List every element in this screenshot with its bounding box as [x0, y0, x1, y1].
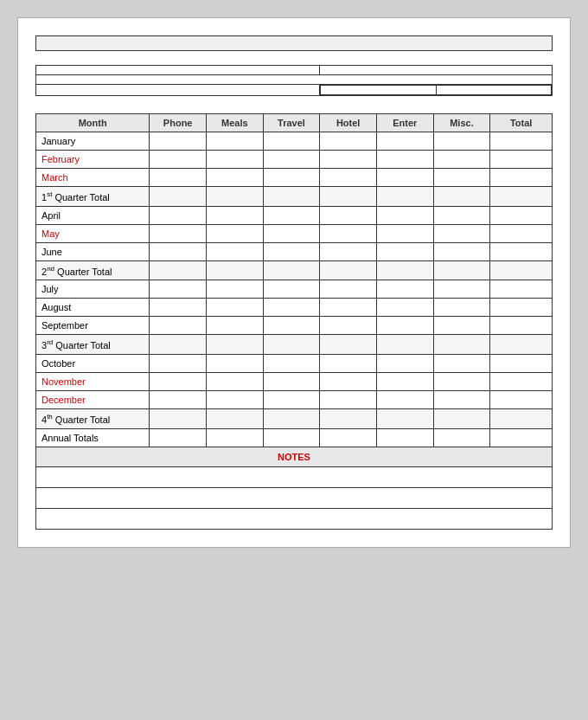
info-table	[35, 65, 553, 96]
value-cell	[150, 242, 207, 260]
table-row: September	[36, 317, 553, 335]
value-cell	[490, 224, 553, 242]
page: Month Phone Meals Travel Hotel Enter Mis…	[17, 17, 571, 548]
value-cell	[490, 390, 553, 408]
notes-cell	[36, 466, 553, 487]
value-cell	[433, 260, 490, 280]
notes-cell	[36, 508, 553, 529]
value-cell	[433, 299, 490, 317]
value-cell	[320, 187, 377, 207]
value-cell	[433, 428, 490, 447]
table-row: 1st Quarter Total	[36, 187, 553, 207]
value-cell	[433, 372, 490, 390]
col-meals: Meals	[207, 114, 264, 132]
value-cell	[207, 260, 264, 280]
value-cell	[207, 280, 264, 299]
value-cell	[490, 317, 553, 335]
table-row: June	[36, 242, 553, 260]
value-cell	[207, 354, 264, 372]
notes-row	[36, 466, 553, 487]
value-cell	[490, 242, 553, 260]
notes-row	[36, 508, 553, 529]
value-cell	[263, 260, 320, 280]
value-cell	[207, 372, 264, 390]
notes-label: NOTES	[36, 447, 553, 466]
value-cell	[150, 335, 207, 355]
col-total: Total	[490, 114, 553, 132]
table-row: 3rd Quarter Total	[36, 335, 553, 355]
value-cell	[150, 224, 207, 242]
value-cell	[207, 317, 264, 335]
value-cell	[263, 151, 320, 169]
value-cell	[376, 372, 433, 390]
value-cell	[490, 372, 553, 390]
value-cell	[320, 224, 377, 242]
col-month: Month	[36, 114, 150, 132]
value-cell	[207, 224, 264, 242]
value-cell	[376, 224, 433, 242]
value-cell	[433, 187, 490, 207]
value-cell	[490, 299, 553, 317]
month-cell: May	[36, 224, 150, 242]
notes-cell	[36, 487, 553, 508]
value-cell	[207, 408, 264, 428]
month-cell: March	[36, 169, 150, 187]
value-cell	[433, 280, 490, 299]
value-cell	[320, 169, 377, 187]
value-cell	[263, 206, 320, 224]
value-cell	[207, 335, 264, 355]
col-hotel: Hotel	[320, 114, 377, 132]
value-cell	[490, 206, 553, 224]
value-cell	[263, 408, 320, 428]
value-cell	[150, 260, 207, 280]
value-cell	[376, 390, 433, 408]
value-cell	[490, 187, 553, 207]
value-cell	[263, 299, 320, 317]
value-cell	[320, 299, 377, 317]
value-cell	[263, 132, 320, 151]
table-row: 4th Quarter Total	[36, 408, 553, 428]
value-cell	[433, 132, 490, 151]
table-row: May	[36, 224, 553, 242]
value-cell	[320, 354, 377, 372]
value-cell	[433, 335, 490, 355]
value-cell	[207, 169, 264, 187]
value-cell	[320, 206, 377, 224]
month-cell: 3rd Quarter Total	[36, 335, 150, 355]
table-row: August	[36, 299, 553, 317]
month-cell: November	[36, 372, 150, 390]
value-cell	[376, 428, 433, 447]
month-cell: December	[36, 390, 150, 408]
value-cell	[376, 317, 433, 335]
month-cell: 1st Quarter Total	[36, 187, 150, 207]
table-row: Annual Totals	[36, 428, 553, 447]
value-cell	[150, 169, 207, 187]
value-cell	[263, 354, 320, 372]
value-cell	[207, 390, 264, 408]
value-cell	[320, 428, 377, 447]
value-cell	[320, 132, 377, 151]
value-cell	[490, 132, 553, 151]
month-cell: October	[36, 354, 150, 372]
month-cell: February	[36, 151, 150, 169]
col-phone: Phone	[150, 114, 207, 132]
month-cell: 2nd Quarter Total	[36, 260, 150, 280]
value-cell	[207, 428, 264, 447]
value-cell	[490, 354, 553, 372]
value-cell	[320, 390, 377, 408]
value-cell	[490, 428, 553, 447]
month-cell: January	[36, 132, 150, 151]
table-row: December	[36, 390, 553, 408]
table-row: February	[36, 151, 553, 169]
value-cell	[433, 408, 490, 428]
value-cell	[433, 242, 490, 260]
value-cell	[320, 242, 377, 260]
value-cell	[263, 372, 320, 390]
table-row: 2nd Quarter Total	[36, 260, 553, 280]
value-cell	[433, 224, 490, 242]
table-row: April	[36, 206, 553, 224]
expense-table: Month Phone Meals Travel Hotel Enter Mis…	[35, 113, 553, 530]
value-cell	[320, 408, 377, 428]
value-cell	[376, 151, 433, 169]
table-row: March	[36, 169, 553, 187]
